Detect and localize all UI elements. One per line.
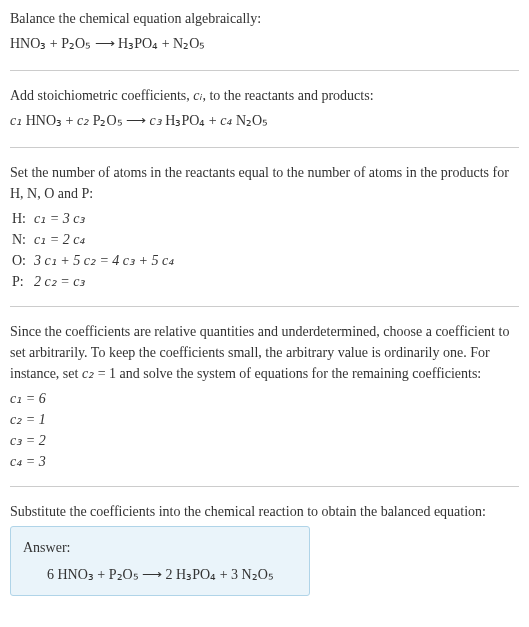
table-row: H: c₁ = 3 c₃ xyxy=(12,208,180,229)
elem-label: N: xyxy=(12,229,34,250)
coef-line: c₂ = 1 xyxy=(10,409,519,430)
balance-title: Balance the chemical equation algebraica… xyxy=(10,8,519,29)
coef-line: c₃ = 2 xyxy=(10,430,519,451)
table-row: P: 2 c₂ = c₃ xyxy=(12,271,180,292)
elem-eq: c₁ = 2 c₄ xyxy=(34,229,180,250)
coef-line: c₁ = 6 xyxy=(10,388,519,409)
solve-text: Since the coefficients are relative quan… xyxy=(10,321,519,384)
eq-part-2: P₂O₅ ⟶ xyxy=(89,113,149,128)
coef-c2: c₂ xyxy=(77,113,89,128)
coef-line: c₄ = 3 xyxy=(10,451,519,472)
stoich-equation: c₁ HNO₃ + c₂ P₂O₅ ⟶ c₃ H₃PO₄ + c₄ N₂O₅ xyxy=(10,110,519,131)
section-balance: Balance the chemical equation algebraica… xyxy=(10,8,519,71)
elem-eq: 2 c₂ = c₃ xyxy=(34,271,180,292)
stoich-title: Add stoichiometric coefficients, cᵢ, to … xyxy=(10,85,519,106)
section-solve: Since the coefficients are relative quan… xyxy=(10,321,519,487)
table-row: N: c₁ = 2 c₄ xyxy=(12,229,180,250)
solve-var: c₂ xyxy=(82,366,94,381)
elem-eq: 3 c₁ + 5 c₂ = 4 c₃ + 5 c₄ xyxy=(34,250,180,271)
answer-label: Answer: xyxy=(23,537,297,558)
coef-c3: c₃ xyxy=(150,113,162,128)
eq-part-4: N₂O₅ xyxy=(232,113,268,128)
stoich-title-a: Add stoichiometric coefficients, xyxy=(10,88,193,103)
elem-eq: c₁ = 3 c₃ xyxy=(34,208,180,229)
atoms-title: Set the number of atoms in the reactants… xyxy=(10,162,519,204)
section-atoms: Set the number of atoms in the reactants… xyxy=(10,162,519,307)
answer-title: Substitute the coefficients into the che… xyxy=(10,501,519,522)
elem-label: P: xyxy=(12,271,34,292)
atoms-table: H: c₁ = 3 c₃ N: c₁ = 2 c₄ O: 3 c₁ + 5 c₂… xyxy=(12,208,180,292)
elem-label: H: xyxy=(12,208,34,229)
answer-equation: 6 HNO₃ + P₂O₅ ⟶ 2 H₃PO₄ + 3 N₂O₅ xyxy=(23,564,297,585)
eq-part-3: H₃PO₄ + xyxy=(162,113,220,128)
coef-c4: c₄ xyxy=(220,113,232,128)
table-row: O: 3 c₁ + 5 c₂ = 4 c₃ + 5 c₄ xyxy=(12,250,180,271)
stoich-title-b: , to the reactants and products: xyxy=(202,88,373,103)
balance-equation: HNO₃ + P₂O₅ ⟶ H₃PO₄ + N₂O₅ xyxy=(10,33,519,54)
eq-part-1: HNO₃ + xyxy=(22,113,77,128)
section-answer: Substitute the coefficients into the che… xyxy=(10,501,519,596)
answer-box: Answer: 6 HNO₃ + P₂O₅ ⟶ 2 H₃PO₄ + 3 N₂O₅ xyxy=(10,526,310,596)
coef-c1: c₁ xyxy=(10,113,22,128)
solve-text-b: = 1 and solve the system of equations fo… xyxy=(94,366,481,381)
section-stoich: Add stoichiometric coefficients, cᵢ, to … xyxy=(10,85,519,148)
elem-label: O: xyxy=(12,250,34,271)
